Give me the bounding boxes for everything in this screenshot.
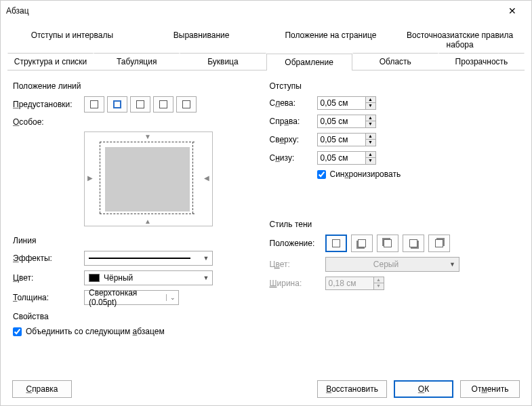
reset-button[interactable]: Восстановить bbox=[317, 380, 387, 398]
width-label: Толщина: bbox=[13, 293, 84, 302]
pad-bottom-spinner[interactable]: ▲▼ bbox=[317, 151, 376, 165]
preset-4[interactable] bbox=[176, 96, 197, 113]
shadow-width-input bbox=[325, 277, 374, 290]
help-button[interactable]: Справка bbox=[12, 380, 72, 398]
spin-up-icon[interactable]: ▲ bbox=[366, 152, 375, 158]
chevron-down-icon: ▼ bbox=[200, 255, 212, 262]
tab-transparency[interactable]: Прозрачность bbox=[438, 53, 525, 70]
spin-up-icon[interactable]: ▲ bbox=[366, 97, 375, 103]
properties-head: Свойства bbox=[13, 312, 263, 321]
merge-checkbox[interactable] bbox=[13, 327, 22, 336]
cancel-button[interactable]: Отменить bbox=[460, 380, 520, 398]
spin-down-icon[interactable]: ▼ bbox=[366, 103, 375, 109]
chevron-down-icon: ⌄ bbox=[166, 294, 178, 301]
tab-area[interactable]: Область bbox=[352, 53, 438, 70]
userdefined-label: Особое: bbox=[13, 117, 84, 127]
pad-left-label: Слева: bbox=[270, 98, 317, 108]
close-button[interactable]: ✕ bbox=[499, 1, 526, 20]
dialog-footer: Справка Восстановить ОК Отменить bbox=[0, 380, 532, 398]
pad-bottom-input[interactable] bbox=[317, 151, 366, 165]
shadow-bl[interactable] bbox=[351, 235, 373, 252]
tab-borders[interactable]: Обрамление bbox=[266, 54, 352, 70]
pad-bottom-label: Снизу: bbox=[270, 153, 317, 163]
right-column: Отступы Слева: ▲▼ Справа: ▲▼ Сверху: ▲▼ … bbox=[263, 77, 520, 336]
border-preview[interactable]: ▼ ▲ ▶ ◀ bbox=[84, 131, 213, 226]
padding-head: Отступы bbox=[270, 81, 520, 91]
chevron-down-icon: ▼ bbox=[200, 275, 212, 281]
merge-label: Объединить со следующим абзацем bbox=[26, 327, 165, 336]
presets-label: Предустановки: bbox=[13, 100, 84, 109]
spin-down-icon[interactable]: ▼ bbox=[366, 140, 375, 146]
shadow-head: Стиль тени bbox=[270, 220, 520, 229]
preset-shadow[interactable] bbox=[130, 96, 150, 113]
preset-3[interactable] bbox=[153, 96, 173, 113]
shadow-tr[interactable] bbox=[428, 235, 450, 252]
pad-right-spinner[interactable]: ▲▼ bbox=[317, 115, 376, 128]
tab-tabs[interactable]: Табуляция bbox=[94, 53, 180, 70]
shadow-br[interactable] bbox=[403, 235, 424, 252]
pad-right-label: Справа: bbox=[270, 117, 317, 126]
spin-down-icon[interactable]: ▼ bbox=[366, 158, 375, 164]
pad-top-spinner[interactable]: ▲▼ bbox=[317, 133, 376, 146]
spin-down-icon[interactable]: ▼ bbox=[366, 121, 375, 127]
left-column: Положение линий Предустановки: Особое: ▼… bbox=[13, 77, 263, 336]
shadow-width-label: Ширина: bbox=[270, 279, 325, 288]
spin-up-icon[interactable]: ▲ bbox=[366, 134, 375, 140]
color-label: Цвет: bbox=[13, 273, 84, 283]
width-value: Сверхтонкая (0.05pt) bbox=[89, 288, 162, 307]
tab-outline[interactable]: Структура и списки bbox=[7, 53, 94, 70]
ok-button[interactable]: ОК bbox=[394, 380, 453, 398]
line-arrangement-head: Положение линий bbox=[13, 81, 263, 91]
line-style-dropdown[interactable]: ▼ bbox=[84, 251, 213, 266]
pad-top-label: Сверху: bbox=[270, 135, 317, 144]
shadow-color-label: Цвет: bbox=[270, 260, 325, 269]
shadow-width-spinner: ▲▼ bbox=[325, 277, 384, 290]
spin-up-icon: ▲ bbox=[374, 277, 384, 283]
pad-right-input[interactable] bbox=[317, 115, 366, 128]
chevron-down-icon: ▼ bbox=[447, 261, 459, 268]
line-width-dropdown[interactable]: Сверхтонкая (0.05pt) ⌄ bbox=[84, 290, 179, 305]
shadow-pos-label: Положение: bbox=[270, 239, 325, 248]
tab-asian[interactable]: Восточноазиатские правила набора bbox=[395, 26, 525, 53]
pad-top-input[interactable] bbox=[317, 133, 366, 146]
pad-left-input[interactable] bbox=[317, 96, 366, 110]
shadow-tl[interactable] bbox=[377, 235, 398, 252]
preset-box[interactable] bbox=[107, 96, 127, 113]
merge-checkbox-row: Объединить со следующим абзацем bbox=[13, 327, 263, 336]
color-value: Чёрный bbox=[104, 273, 133, 283]
tab-dropcaps[interactable]: Буквица bbox=[180, 53, 266, 70]
pad-left-spinner[interactable]: ▲▼ bbox=[317, 96, 376, 110]
shadow-color-value: Серый bbox=[373, 260, 398, 269]
line-head: Линия bbox=[13, 236, 263, 245]
sync-label: Синхронизировать bbox=[330, 169, 401, 179]
preset-none[interactable] bbox=[84, 96, 104, 113]
tab-alignment[interactable]: Выравнивание bbox=[137, 26, 266, 53]
shadow-color-dropdown: Серый ▼ bbox=[325, 257, 459, 272]
tab-textflow[interactable]: Положение на странице bbox=[266, 26, 396, 53]
tab-strip: Отступы и интервалы Выравнивание Положен… bbox=[7, 26, 525, 70]
shadow-none[interactable] bbox=[325, 235, 347, 252]
spin-up-icon[interactable]: ▲ bbox=[366, 115, 375, 121]
line-color-dropdown[interactable]: Чёрный ▼ bbox=[84, 270, 213, 285]
spin-down-icon: ▼ bbox=[374, 283, 384, 289]
titlebar: Абзац ✕ bbox=[1, 1, 531, 21]
style-label: Эффекты: bbox=[13, 253, 84, 263]
sync-checkbox[interactable] bbox=[317, 170, 326, 179]
window-title: Абзац bbox=[6, 6, 29, 16]
tab-indents[interactable]: Отступы и интервалы bbox=[7, 26, 137, 53]
